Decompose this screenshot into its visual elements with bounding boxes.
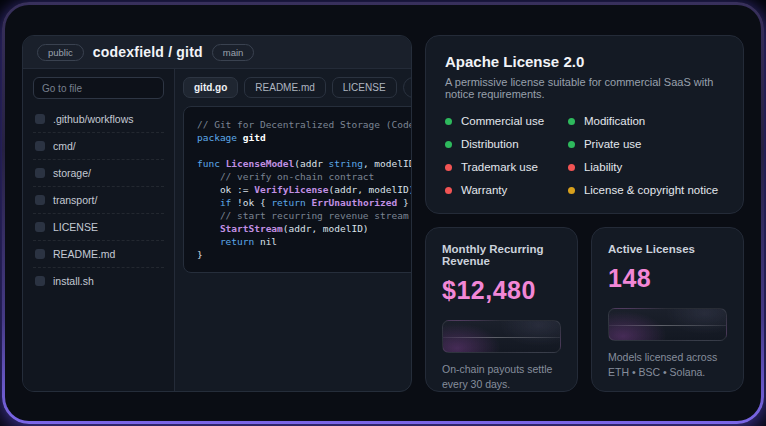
file-search-input[interactable]: [33, 77, 164, 99]
metric-card: Monthly Recurring Revenue$12,480On-chain…: [425, 227, 578, 392]
status-dot-yellow: [568, 187, 575, 194]
metric-title: Active Licenses: [608, 243, 727, 255]
status-dot-red: [445, 187, 452, 194]
file-icon: [35, 222, 45, 232]
code-line: }: [197, 248, 411, 261]
code-segment: gitd: [243, 132, 266, 143]
file-icon: [35, 276, 45, 286]
code-segment: nil: [254, 236, 277, 247]
code-segment: // Git for Decentralized Storage (CodexF…: [197, 119, 411, 130]
metric-caption: On-chain payouts settle every 30 days.: [442, 362, 561, 391]
metrics-row: Monthly Recurring Revenue$12,480On-chain…: [425, 227, 744, 392]
code-line: // start recurring revenue stream: [197, 209, 411, 222]
code-segment: package: [197, 132, 237, 143]
onchain-badge[interactable]: On-chain: [403, 77, 411, 98]
license-title: Apache License 2.0: [445, 53, 724, 70]
metric-chart-placeholder: [442, 320, 561, 353]
license-grid: Commercial useDistributionTrademark useW…: [445, 115, 724, 196]
code-segment: string: [329, 158, 363, 169]
code-segment: StartStream: [197, 223, 283, 234]
metric-title: Monthly Recurring Revenue: [442, 243, 561, 267]
code-segment: ErrUnauthorized: [311, 197, 397, 208]
license-item: Warranty: [445, 184, 550, 196]
code-segment: // verify on-chain contract: [197, 171, 374, 182]
license-panel: Apache License 2.0 A permissive license …: [425, 35, 744, 214]
license-item: Commercial use: [445, 115, 550, 127]
file-row[interactable]: storage/: [33, 160, 164, 187]
file-icon: [35, 114, 45, 124]
code-segment: if: [197, 197, 231, 208]
branch-badge: main: [212, 44, 255, 61]
status-dot-red: [445, 164, 452, 171]
file-icon: [35, 195, 45, 205]
code-line: return nil: [197, 235, 411, 248]
file-tabs: gitd.goREADME.mdLICENSE On-chain: [183, 77, 411, 98]
license-item-label: Modification: [584, 115, 645, 127]
code-line: // Git for Decentralized Storage (CodexF…: [197, 118, 411, 131]
visibility-badge: public: [37, 44, 84, 61]
file-row[interactable]: install.sh: [33, 268, 164, 294]
file-name: storage/: [53, 167, 91, 179]
code-segment: }: [197, 249, 203, 260]
status-dot-green: [445, 141, 452, 148]
code-line: StartStream(addr, modelID): [197, 222, 411, 235]
file-row[interactable]: cmd/: [33, 133, 164, 160]
license-item-label: Private use: [584, 138, 642, 150]
metric-caption: Models licensed across ETH • BSC • Solan…: [608, 350, 727, 379]
file-icon: [35, 141, 45, 151]
code-segment: (addr, modelID): [329, 184, 411, 195]
file-list: .github/workflowscmd/storage/transport/L…: [33, 106, 164, 294]
license-item-label: Trademark use: [461, 161, 538, 173]
file-name: transport/: [53, 194, 97, 206]
code-segment: LicenseModel: [226, 158, 295, 169]
metric-value: $12,480: [442, 276, 561, 305]
code-line: [197, 144, 411, 157]
tab-license[interactable]: LICENSE: [332, 77, 397, 98]
license-item: Private use: [568, 138, 724, 150]
code-segment: VerifyLicense: [254, 184, 328, 195]
file-icon: [35, 249, 45, 259]
code-segment: !ok {: [231, 197, 271, 208]
license-item: License & copyright notice: [568, 184, 724, 196]
code-segment: func: [197, 158, 220, 169]
file-row[interactable]: .github/workflows: [33, 106, 164, 133]
code-column: gitd.goREADME.mdLICENSE On-chain // Git …: [175, 69, 411, 391]
license-item: Liability: [568, 161, 724, 173]
metric-card: Active Licenses148Models licensed across…: [591, 227, 744, 392]
license-item-label: License & copyright notice: [584, 184, 718, 196]
status-dot-red: [568, 164, 575, 171]
file-name: install.sh: [53, 275, 94, 287]
file-sidebar: .github/workflowscmd/storage/transport/L…: [23, 69, 175, 391]
app-background: public codexfield / gitd main .github/wo…: [5, 5, 761, 421]
file-name: cmd/: [53, 140, 76, 152]
app-frame: public codexfield / gitd main .github/wo…: [2, 2, 764, 424]
code-line: package gitd: [197, 131, 411, 144]
status-dot-green: [568, 141, 575, 148]
code-segment: return: [271, 197, 305, 208]
license-item-label: Liability: [584, 161, 622, 173]
code-line: // verify on-chain contract: [197, 170, 411, 183]
license-item: Trademark use: [445, 161, 550, 173]
file-row[interactable]: LICENSE: [33, 214, 164, 241]
file-row[interactable]: transport/: [33, 187, 164, 214]
code-segment: [197, 145, 203, 156]
license-item: Distribution: [445, 138, 550, 150]
file-icon: [35, 168, 45, 178]
tab-gitd-go[interactable]: gitd.go: [183, 77, 238, 98]
file-row[interactable]: README.md: [33, 241, 164, 268]
repo-body: .github/workflowscmd/storage/transport/L…: [23, 69, 411, 391]
code-segment: }: [397, 197, 408, 208]
license-item-label: Commercial use: [461, 115, 544, 127]
code-segment: // start recurring revenue stream: [197, 210, 409, 221]
code-segment: (addr, modelID): [283, 223, 369, 234]
code-line: func LicenseModel(addr string, modelID s…: [197, 157, 411, 170]
tab-readme-md[interactable]: README.md: [244, 77, 325, 98]
status-dot-green: [568, 118, 575, 125]
metric-chart-placeholder: [608, 308, 727, 341]
code-line: ok := VerifyLicense(addr, modelID): [197, 183, 411, 196]
right-column: Apache License 2.0 A permissive license …: [425, 35, 744, 392]
file-name: .github/workflows: [53, 113, 134, 125]
license-item-label: Distribution: [461, 138, 519, 150]
code-segment: return: [197, 236, 254, 247]
repo-header: public codexfield / gitd main: [23, 36, 411, 69]
